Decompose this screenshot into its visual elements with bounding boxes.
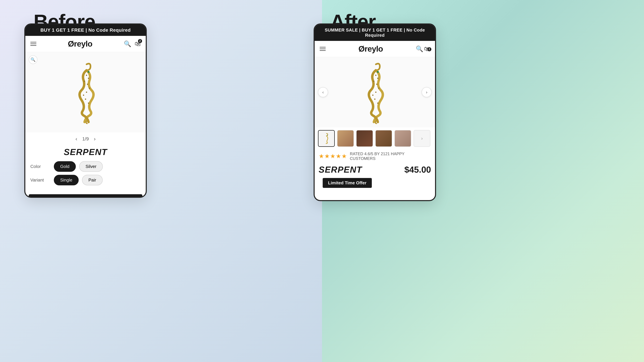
svg-point-4: [89, 88, 90, 89]
product-title-before: SERPENT: [25, 145, 146, 159]
snake-image-before: [67, 60, 104, 124]
limited-offer-row: Limited Time Offer: [314, 176, 435, 190]
prev-arrow[interactable]: ‹: [76, 136, 77, 142]
thumbnail-1[interactable]: [318, 130, 335, 147]
cart-icon-wrap-after[interactable]: 🛍 2: [424, 49, 430, 51]
svg-point-5: [86, 91, 87, 93]
color-silver-btn[interactable]: Silver: [79, 161, 103, 172]
snake-image-after: [356, 60, 393, 124]
product-image-before: 🔍: [25, 52, 146, 132]
rating-row: ★★★★★ RATED 4.6/5 BY 2121 HAPPY CUSTOMER…: [314, 149, 435, 163]
product-info-row: SERPENT $45.00: [314, 163, 435, 176]
variant-pair-btn[interactable]: Pair: [82, 175, 102, 185]
thumbnails-row: ›: [314, 127, 435, 149]
zoom-icon[interactable]: 🔍: [29, 55, 38, 64]
svg-point-13: [376, 84, 377, 85]
nav-icons-before: 🔍 🛍 2: [124, 40, 141, 47]
limited-offer-badge[interactable]: Limited Time Offer: [323, 178, 372, 188]
hamburger-menu[interactable]: [30, 42, 36, 46]
color-option-row: Color Gold Silver: [30, 161, 141, 172]
svg-point-17: [374, 98, 375, 100]
cart-icon-wrap[interactable]: 🛍 2: [135, 40, 141, 47]
thumbnail-4[interactable]: [375, 130, 392, 147]
svg-point-14: [378, 88, 379, 89]
logo-after: Øreylo: [358, 44, 383, 53]
carousel-prev-arrow[interactable]: ‹: [318, 87, 328, 97]
svg-point-9: [88, 71, 90, 73]
phone-after: SUMMER SALE | BUY 1 GET 1 FREE | No Code…: [314, 23, 436, 201]
thumbnail-more[interactable]: ›: [414, 130, 430, 147]
variant-single-btn[interactable]: Single: [54, 175, 79, 185]
svg-point-7: [85, 98, 86, 100]
svg-point-1: [88, 78, 89, 79]
cart-badge: 2: [138, 39, 142, 43]
svg-point-11: [377, 78, 378, 79]
color-label: Color: [30, 164, 50, 169]
search-icon-after[interactable]: 🔍: [416, 45, 423, 52]
variant-option-row: Variant Single Pair: [30, 175, 141, 185]
phone-before: BUY 1 GET 1 FREE | No Code Required Ørey…: [24, 23, 147, 198]
options-section: Color Gold Silver Variant Single Pair: [25, 159, 146, 191]
thumbnail-2[interactable]: [337, 130, 354, 147]
svg-point-0: [86, 75, 87, 76]
nav-icons-after: 🔍 🛍 2: [416, 45, 430, 52]
svg-point-12: [373, 81, 374, 82]
svg-point-19: [377, 71, 379, 73]
product-image-after: ‹ ›: [314, 57, 435, 127]
nav-after: Øreylo 🔍 🛍 2: [314, 41, 435, 57]
svg-point-18: [377, 103, 378, 104]
hamburger-menu-after[interactable]: [320, 47, 326, 51]
product-price-after: $45.00: [404, 165, 431, 175]
svg-point-2: [84, 81, 85, 82]
svg-point-8: [88, 103, 89, 104]
svg-point-16: [372, 94, 374, 96]
image-nav-before: ‹ 1/9 ›: [25, 132, 146, 145]
svg-point-15: [375, 91, 376, 93]
product-title-after: SERPENT: [319, 165, 362, 175]
image-counter: 1/9: [82, 136, 89, 142]
svg-point-3: [87, 84, 88, 85]
cart-badge-after: 2: [427, 47, 431, 51]
rating-stars: ★★★★★: [319, 153, 347, 160]
color-gold-btn[interactable]: Gold: [54, 161, 76, 172]
svg-point-20: [327, 135, 328, 135]
promo-banner-after: SUMMER SALE | BUY 1 GET 1 FREE | No Code…: [314, 24, 435, 41]
search-icon[interactable]: 🔍: [124, 40, 131, 47]
svg-point-10: [375, 75, 376, 76]
next-arrow[interactable]: ›: [94, 136, 96, 142]
logo-before: Øreylo: [68, 39, 92, 48]
thumbnail-5[interactable]: [394, 130, 411, 147]
thumbnail-3[interactable]: [356, 130, 373, 147]
carousel-next-arrow[interactable]: ›: [422, 87, 432, 97]
variant-label: Variant: [30, 177, 50, 183]
add-to-cart-button-before[interactable]: $45.00 / ADD TO CART: [29, 194, 142, 198]
svg-point-6: [83, 94, 84, 96]
promo-banner-before: BUY 1 GET 1 FREE | No Code Required: [25, 24, 146, 36]
nav-before: Øreylo 🔍 🛍 2: [25, 36, 146, 52]
rating-text: RATED 4.6/5 BY 2121 HAPPY CUSTOMERS: [350, 151, 431, 161]
